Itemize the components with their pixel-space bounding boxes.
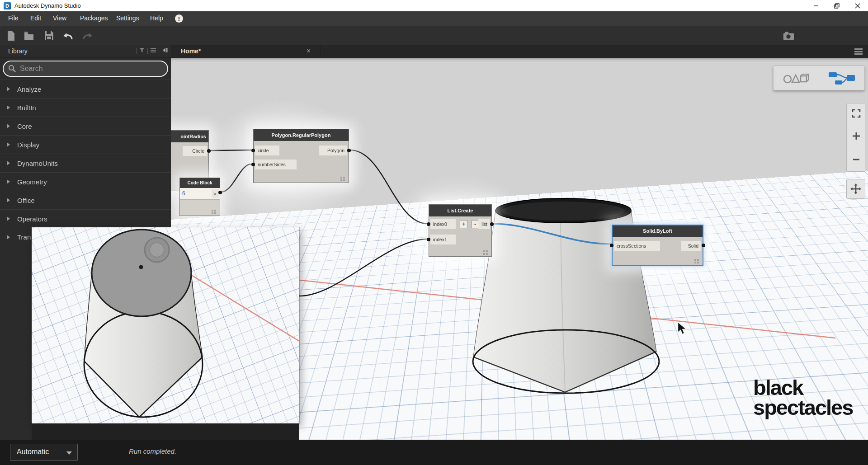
menu-help[interactable]: Help: [150, 14, 163, 22]
expand-arrow-icon: [7, 161, 10, 165]
close-icon: [855, 3, 860, 9]
input-port-index0[interactable]: index0: [430, 219, 456, 229]
pan-button[interactable]: [846, 179, 865, 199]
undo-icon: [62, 30, 74, 41]
port-dot[interactable]: [207, 149, 211, 153]
code-block-editor[interactable]: 6; >: [180, 188, 220, 200]
workspace-menu-button[interactable]: [854, 48, 863, 55]
input-port-numbersides[interactable]: numberSides: [255, 160, 297, 169]
zoom-out-button[interactable]: [850, 153, 863, 166]
close-button[interactable]: [847, 0, 868, 11]
open-file-icon: [24, 30, 34, 41]
library-list-view-button[interactable]: [150, 47, 156, 55]
menu-view[interactable]: View: [53, 14, 66, 22]
output-port-chevron[interactable]: >: [212, 189, 219, 198]
sidebar-item-office[interactable]: Office: [0, 191, 171, 209]
expand-arrow-icon: [7, 87, 10, 91]
sidebar-item-dynamounits[interactable]: DynamoUnits: [0, 154, 171, 172]
input-port-index1[interactable]: index1: [430, 235, 456, 244]
output-port-solid[interactable]: Solid: [681, 241, 701, 251]
zoom-fit-button[interactable]: [850, 107, 863, 120]
save-button[interactable]: [42, 29, 55, 42]
lacing-icon[interactable]: [694, 259, 701, 263]
port-dot[interactable]: [251, 163, 255, 166]
input-port-circle[interactable]: circle: [255, 146, 279, 155]
node-polygon-regularpolygon[interactable]: Polygon.RegularPolygon circle numberSide…: [253, 129, 349, 183]
dynamo-logo-icon: D: [4, 2, 11, 9]
node-code-block[interactable]: Code Block 6; >: [179, 178, 220, 216]
sidebar-item-operators[interactable]: Operators: [0, 209, 171, 228]
menu-bar: File Edit View Packages Settings Help !: [0, 11, 868, 26]
minimize-button[interactable]: [806, 0, 826, 11]
output-port-circle[interactable]: Circle: [183, 146, 207, 156]
divider: [147, 48, 148, 54]
expand-arrow-icon: [7, 235, 10, 240]
geometry-view-icon: [783, 71, 810, 85]
window-controls: [806, 0, 868, 11]
lacing-icon[interactable]: [340, 177, 347, 181]
geometry-view-button[interactable]: [774, 66, 819, 90]
tab-bar: Home* ×: [171, 45, 868, 58]
node-list-create[interactable]: List.Create index0 index1 + - list: [429, 204, 492, 257]
watermark-line1: black: [753, 378, 853, 398]
export-image-button[interactable]: [782, 29, 795, 42]
node-view-icon: [828, 71, 856, 85]
tab-home[interactable]: Home* ×: [171, 45, 321, 58]
sidebar-item-core[interactable]: Core: [0, 117, 171, 135]
remove-input-button[interactable]: -: [472, 220, 479, 228]
input-port-crosssections[interactable]: crossSections: [614, 241, 660, 251]
undo-button[interactable]: [61, 29, 74, 42]
sidebar-item-display[interactable]: Display: [0, 135, 171, 154]
search-input[interactable]: [3, 61, 168, 77]
divider: [159, 48, 159, 54]
new-file-button[interactable]: [5, 29, 17, 42]
preview-ring-inner: [150, 243, 164, 257]
status-bar: Automatic Run completed.: [0, 440, 868, 465]
port-dot[interactable]: [427, 222, 430, 226]
add-input-button[interactable]: +: [460, 220, 468, 228]
sidebar-item-geometry[interactable]: Geometry: [0, 172, 171, 191]
sidebar-item-analyze[interactable]: Analyze: [0, 80, 171, 98]
run-mode-value: Automatic: [17, 448, 49, 456]
lacing-icon[interactable]: [212, 210, 218, 214]
preview-top-face: [92, 230, 191, 316]
expand-arrow-icon: [7, 124, 10, 128]
menu-packages[interactable]: Packages: [80, 14, 108, 22]
node-solid-byloft[interactable]: Solid.ByLoft crossSections Solid: [612, 225, 703, 266]
redo-icon: [82, 30, 94, 41]
port-dot[interactable]: [218, 191, 222, 194]
node-view-button[interactable]: [819, 66, 864, 90]
library-filter-button[interactable]: [139, 47, 145, 55]
zoom-controls: [846, 103, 865, 172]
open-file-button[interactable]: [23, 29, 35, 42]
expand-arrow-icon: [7, 198, 10, 202]
divider: [136, 48, 137, 54]
menu-edit[interactable]: Edit: [30, 14, 41, 22]
run-mode-dropdown[interactable]: Automatic: [10, 444, 78, 461]
list-icon: [150, 47, 156, 53]
lacing-icon[interactable]: [483, 250, 490, 255]
redo-button[interactable]: [81, 29, 94, 42]
notifications-alert-icon[interactable]: !: [175, 14, 183, 23]
port-dot[interactable]: [610, 244, 613, 247]
run-status-message: Run completed.: [129, 447, 176, 455]
tab-close-icon[interactable]: ×: [307, 47, 311, 56]
expand-arrow-icon: [7, 142, 10, 147]
output-port-polygon[interactable]: Polygon: [319, 146, 347, 155]
library-collapse-button[interactable]: [161, 47, 168, 55]
port-dot[interactable]: [490, 222, 494, 226]
output-port-list[interactable]: list: [478, 219, 490, 229]
port-dot[interactable]: [251, 149, 255, 152]
port-dot[interactable]: [427, 238, 430, 241]
node-title: Code Block: [180, 178, 220, 188]
code-text[interactable]: 6;: [182, 190, 187, 197]
menu-settings[interactable]: Settings: [116, 14, 139, 22]
sidebar-item-builtin[interactable]: BuiltIn: [0, 98, 171, 117]
menu-file[interactable]: File: [8, 14, 19, 22]
wire-polygon-to-list: [350, 150, 428, 224]
zoom-in-button[interactable]: [850, 130, 863, 142]
port-dot[interactable]: [702, 244, 705, 247]
restore-button[interactable]: [826, 0, 847, 11]
port-dot[interactable]: [347, 149, 351, 152]
expand-arrow-icon: [7, 216, 10, 221]
